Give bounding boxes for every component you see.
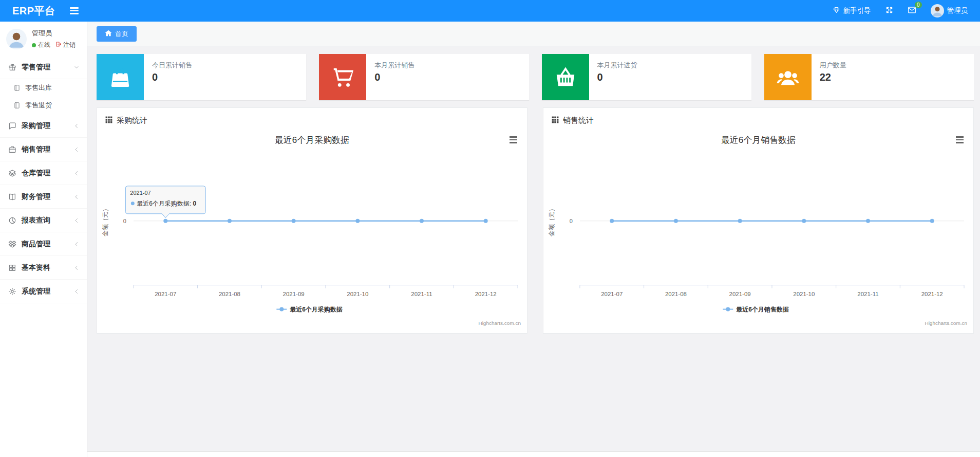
- chart-context-menu-button[interactable]: [508, 135, 519, 145]
- data-point[interactable]: [163, 219, 167, 223]
- chart-credits[interactable]: Highcharts.com.cn: [478, 320, 521, 326]
- th-grid-icon: [105, 116, 112, 125]
- sidebar-subitem-label: 零售退货: [25, 101, 52, 110]
- app-logo: ERP平台: [12, 4, 55, 18]
- sidebar-item[interactable]: 零售管理: [0, 56, 87, 79]
- svg-text:最近6个月采购数据: 最近6个月采购数据: [290, 306, 342, 313]
- guide-label: 新手引导: [843, 6, 871, 15]
- user-panel: 管理员 在线 注销: [0, 22, 87, 56]
- data-point[interactable]: [292, 219, 296, 223]
- pie-chart-icon: [8, 216, 16, 225]
- chevron-left-icon: [73, 194, 80, 200]
- legend-item[interactable]: 最近6个月销售数据: [723, 306, 788, 313]
- legend-item[interactable]: 最近6个月采购数据: [276, 306, 342, 313]
- sidebar-item[interactable]: 商品管理: [0, 232, 87, 256]
- x-tick-label: 2021-08: [219, 291, 240, 297]
- data-point[interactable]: [738, 219, 742, 223]
- stat-card-label: 用户数量: [820, 61, 846, 70]
- chart-context-menu-button[interactable]: [954, 135, 965, 145]
- data-point[interactable]: [420, 219, 424, 223]
- chevron-left-icon: [73, 170, 80, 176]
- sidebar-item[interactable]: 系统管理: [0, 280, 87, 303]
- data-point[interactable]: [930, 219, 934, 223]
- y-axis-title: 金额（元）: [102, 206, 109, 237]
- home-icon: [105, 30, 112, 38]
- y-tick-label: 0: [123, 218, 126, 224]
- sidebar-item[interactable]: 财务管理: [0, 185, 87, 209]
- x-tick-label: 2021-10: [793, 291, 815, 297]
- sidebar-item-label: 采购管理: [22, 121, 50, 131]
- sidebar-item[interactable]: 采购管理: [0, 114, 87, 138]
- dropbox-icon: [8, 240, 16, 248]
- shopping-basket-icon: [542, 54, 589, 100]
- sidebar-item[interactable]: 基本资料: [0, 256, 87, 280]
- stat-card-value: 22: [820, 71, 846, 83]
- sidebar-item-label: 财务管理: [22, 192, 50, 202]
- data-point[interactable]: [674, 219, 678, 223]
- logout-button[interactable]: 注销: [55, 41, 76, 49]
- sidebar-item-label: 商品管理: [22, 240, 50, 249]
- sidebar-item-label: 系统管理: [22, 287, 50, 296]
- purchase-stats-panel: 采购统计 最近6个月采购数据金额（元）02021-072021-082021-0…: [97, 107, 527, 334]
- sidebar-subitem-label: 零售出库: [25, 83, 52, 93]
- grid-icon: [8, 264, 16, 272]
- x-tick-label: 2021-11: [857, 291, 878, 297]
- data-point[interactable]: [228, 219, 232, 223]
- stat-card-value: 0: [374, 71, 414, 83]
- data-point[interactable]: [610, 219, 614, 223]
- message-count-badge: 0: [915, 2, 922, 8]
- sidebar-subitem[interactable]: 零售出库: [0, 79, 87, 97]
- x-tick-label: 2021-07: [155, 291, 176, 297]
- sidebar-item-label: 销售管理: [22, 145, 50, 154]
- sidebar-toggle-button[interactable]: [70, 7, 79, 14]
- svg-text:2021-07: 2021-07: [130, 190, 150, 196]
- tab-home[interactable]: 首页: [97, 26, 137, 42]
- avatar: [6, 29, 27, 49]
- gem-icon: [833, 6, 840, 15]
- chart-panels-row: 采购统计 最近6个月采购数据金额（元）02021-072021-082021-0…: [97, 107, 974, 334]
- chevron-left-icon: [73, 217, 80, 224]
- sidebar-item[interactable]: 销售管理: [0, 138, 87, 161]
- page-content: 今日累计销售0本月累计销售0本月累计进货0用户数量22 采购统计 最近6个月采购…: [87, 46, 980, 451]
- chevron-left-icon: [73, 241, 80, 247]
- user-menu[interactable]: 管理员: [931, 4, 968, 17]
- sidebar-menu: 零售管理零售出库零售退货采购管理销售管理仓库管理财务管理报表查询商品管理基本资料…: [0, 56, 87, 303]
- footer: [87, 451, 980, 457]
- data-point[interactable]: [802, 219, 806, 223]
- expand-arrows-icon: [885, 6, 893, 15]
- topbar: ERP平台 新手引导 0 管理员: [0, 0, 980, 22]
- shopping-cart-icon: [319, 54, 366, 100]
- messages-button[interactable]: 0: [908, 6, 916, 15]
- data-point[interactable]: [866, 219, 870, 223]
- chart-credits[interactable]: Highcharts.com.cn: [925, 320, 967, 326]
- stat-card-label: 本月累计销售: [374, 61, 414, 70]
- sidebar-item[interactable]: 仓库管理: [0, 161, 87, 185]
- sidebar-item-label: 零售管理: [22, 63, 50, 72]
- guide-button[interactable]: 新手引导: [833, 6, 871, 15]
- sales-chart: 最近6个月销售数据金额（元）02021-072021-082021-092021…: [543, 129, 973, 330]
- stat-cards-row: 今日累计销售0本月累计销售0本月累计进货0用户数量22: [97, 54, 974, 100]
- y-tick-label: 0: [570, 218, 573, 224]
- chart-title: 最近6个月采购数据: [275, 135, 349, 145]
- user-name: 管理员: [32, 29, 76, 38]
- tab-bar: 首页: [87, 22, 980, 46]
- x-tick-label: 2021-12: [475, 291, 497, 297]
- sales-stats-panel: 销售统计 最近6个月销售数据金额（元）02021-072021-082021-0…: [543, 107, 974, 334]
- y-axis-title: 金额（元）: [548, 206, 555, 237]
- fullscreen-button[interactable]: [885, 6, 893, 15]
- chevron-left-icon: [73, 265, 80, 271]
- stat-card-value: 0: [152, 71, 192, 83]
- data-point[interactable]: [355, 219, 360, 223]
- x-tick-label: 2021-09: [729, 291, 751, 297]
- data-point[interactable]: [484, 219, 488, 223]
- sidebar-subitem[interactable]: 零售退货: [0, 97, 87, 114]
- chevron-left-icon: [73, 147, 80, 153]
- chevron-left-icon: [73, 123, 80, 129]
- sidebar-item-label: 仓库管理: [22, 169, 50, 178]
- chevron-down-icon: [73, 64, 80, 70]
- x-tick-label: 2021-10: [347, 291, 368, 297]
- sidebar-item[interactable]: 报表查询: [0, 209, 87, 232]
- chevron-left-icon: [73, 288, 80, 295]
- chart-title: 最近6个月销售数据: [721, 135, 796, 145]
- panel-title: 采购统计: [117, 116, 147, 125]
